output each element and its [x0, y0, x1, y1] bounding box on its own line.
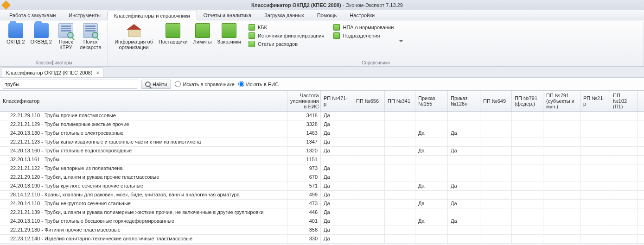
ribbon-button[interactable]: Заказчики [215, 23, 244, 50]
reference-item[interactable]: КБК [249, 24, 325, 31]
table-row[interactable]: 22.21.21.122 - Трубы напорные из полиэти… [0, 164, 644, 173]
reference-item-label: Источники финансирования [258, 33, 325, 38]
document-tab[interactable]: Классификатор ОКПД2 (КПЕС 2008) × [2, 67, 103, 77]
column-header[interactable]: Частота упоминания в ЕИС [287, 91, 321, 111]
ribbon-button[interactable]: Информация об организации [112, 23, 156, 50]
radio-search-reference[interactable]: Искать в справочнике [175, 81, 234, 87]
table-cell [480, 147, 512, 155]
table-cell [480, 120, 512, 129]
table-cell [448, 120, 480, 129]
document-tab-label: Классификатор ОКПД2 (КПЕС 2008) [6, 70, 92, 75]
table-cell [580, 173, 610, 182]
close-icon[interactable]: × [96, 70, 99, 75]
ribbon-button[interactable]: ОКВЭД 2 [28, 23, 55, 59]
column-header[interactable]: ПП №341 [385, 91, 415, 111]
table-row[interactable]: 22.21.29.130 - Фитинги прочие пластмассо… [0, 226, 644, 235]
table-row[interactable]: 24.20.13.110 - Трубы стальные бесшовные … [0, 217, 644, 226]
table-cell [610, 200, 638, 208]
table-cell: Да [321, 147, 353, 155]
table-cell [543, 200, 580, 208]
table-cell: 22.21.29.110 - Трубы прочие пластмассовы… [0, 112, 287, 120]
column-header[interactable]: ПП №649 [480, 91, 512, 111]
column-header[interactable]: ПП №656 [353, 91, 385, 111]
table-cell: Да [448, 200, 480, 208]
table-row[interactable]: 22.23.12.140 - Изделия санитарно-техниче… [0, 235, 644, 244]
table-cell [353, 173, 385, 182]
table-cell: Да [448, 182, 480, 190]
table-row[interactable]: 24.20.14.110 - Трубы некруглого сечения … [0, 200, 644, 208]
ribbon-button[interactable]: Поиск КТРУ [55, 23, 77, 59]
table-row[interactable]: 24.20.13.130 - Трубы стальные электросва… [0, 129, 644, 138]
table-cell: Да [321, 120, 353, 129]
book-icon [333, 24, 340, 31]
table-cell [415, 235, 448, 243]
table-cell [385, 164, 415, 173]
menu-tab[interactable]: Помощь [311, 10, 344, 20]
ribbon-button[interactable]: Поставщики [156, 23, 191, 50]
book-icon [249, 41, 255, 47]
menu-tab[interactable]: Инструменты [62, 10, 107, 20]
find-button[interactable]: Найти [141, 80, 171, 89]
menu-tab[interactable]: Загрузка данных [258, 10, 311, 20]
column-header[interactable]: Классификатор [0, 91, 287, 111]
table-row[interactable]: 22.21.29.120 - Трубки, шланги и рукава п… [0, 173, 644, 182]
table-cell [353, 208, 385, 217]
data-grid: КлассификаторЧастота упоминания в ЕИСРП … [0, 91, 644, 244]
book-mag-icon [58, 23, 73, 38]
table-row[interactable]: 32.20.13.161 - Трубы1151 [0, 156, 644, 164]
column-header[interactable]: ПП №791 (субъекты и мун.) [543, 91, 580, 111]
reference-item[interactable]: Источники финансирования [249, 32, 325, 39]
menu-tab[interactable]: Работа с закупками [3, 10, 62, 20]
table-cell [415, 191, 448, 199]
ribbon-button[interactable]: ОКПД 2 [4, 23, 28, 59]
table-cell: 446 [287, 208, 321, 217]
column-header[interactable]: ПП №791 (федер.) [512, 91, 543, 111]
table-cell [580, 217, 610, 226]
grid-header: КлассификаторЧастота упоминания в ЕИСРП … [0, 91, 644, 112]
reference-item[interactable]: НПА о нормировании [333, 24, 394, 31]
document-tabs: Классификатор ОКПД2 (КПЕС 2008) × [0, 67, 644, 78]
book-icon [333, 32, 340, 39]
table-cell [353, 138, 385, 146]
table-cell [448, 156, 480, 164]
table-row[interactable]: 22.21.29.110 - Трубы прочие пластмассовы… [0, 112, 644, 120]
reference-item[interactable]: Подразделения [333, 32, 394, 39]
menu-tab[interactable]: Классификаторы и справочники [107, 11, 197, 20]
ribbon-button[interactable]: Лимиты [191, 23, 215, 50]
table-cell [580, 235, 610, 243]
table-cell [353, 191, 385, 199]
ribbon-button[interactable]: Поиск лекарств [77, 23, 104, 59]
table-cell [353, 129, 385, 138]
reference-item-label: Статьи расходов [258, 41, 298, 47]
table-cell [353, 156, 385, 164]
reference-item[interactable]: Статьи расходов [249, 41, 325, 47]
table-cell [353, 200, 385, 208]
ribbon-button-label: ОКВЭД 2 [31, 39, 52, 44]
table-row[interactable]: 28.14.12.110 - Краны, клапаны для ракови… [0, 191, 644, 200]
menu-tab[interactable]: Отчеты и аналитика [197, 10, 258, 20]
table-row[interactable]: 22.21.21.129 - Трубы полимерные жесткие … [0, 120, 644, 129]
search-input[interactable] [3, 80, 137, 89]
table-cell [353, 164, 385, 173]
table-cell [610, 138, 638, 146]
column-header[interactable]: РП №21-р [580, 91, 610, 111]
table-cell [543, 147, 580, 155]
column-header[interactable]: Приказ №155 [415, 91, 448, 111]
folder-icon [34, 23, 49, 38]
table-row[interactable]: 24.20.13.160 - Трубы стальные водогазопр… [0, 147, 644, 156]
ribbon-button-label: Лимиты [193, 39, 212, 44]
table-cell: Да [448, 129, 480, 138]
table-cell [353, 217, 385, 226]
table-cell: Да [321, 200, 353, 208]
menu-tab[interactable]: Настройки [343, 10, 381, 20]
table-row[interactable]: 22.21.21.139 - Трубки, шланги и рукава п… [0, 208, 644, 217]
ribbon-dropdown-icon[interactable] [399, 39, 404, 44]
table-cell: 24.20.13.160 - Трубы стальные водогазопр… [0, 147, 287, 155]
column-header[interactable]: ПП №102 (П1) [610, 91, 638, 111]
column-header[interactable]: РП №471-р [321, 91, 353, 111]
table-row[interactable]: 22.21.21.123 - Трубы канализационные и ф… [0, 138, 644, 147]
table-row[interactable]: 24.20.13.190 - Трубы круглого сечения пр… [0, 182, 644, 191]
table-cell [580, 200, 610, 208]
column-header[interactable]: Приказ №126н [448, 91, 480, 111]
radio-search-eis[interactable]: Искать в ЕИС [238, 81, 279, 87]
